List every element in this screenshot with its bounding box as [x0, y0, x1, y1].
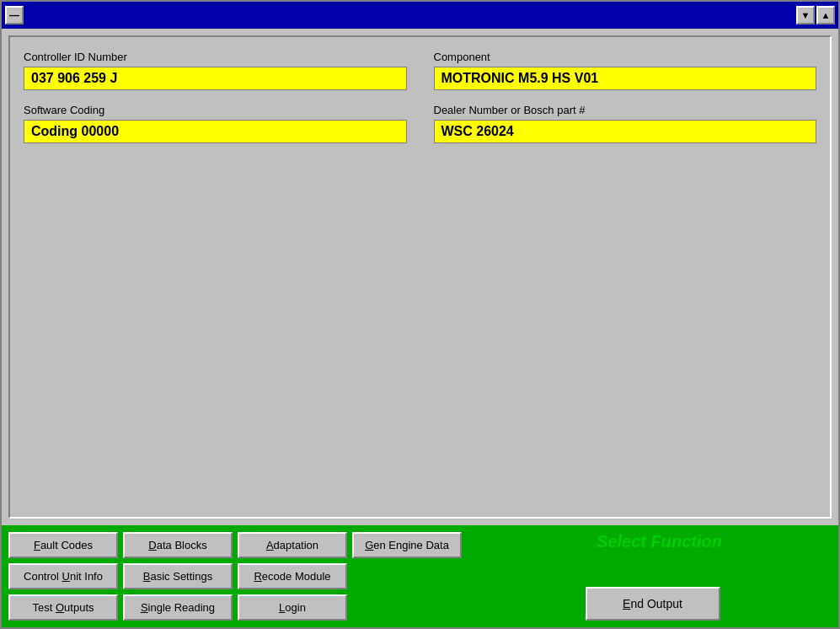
button-row-1: Fault Codes Data Blocks Adaptation Gen E… [8, 532, 462, 558]
control-unit-info-button[interactable]: Control Unit Info [8, 563, 118, 589]
info-panel: Controller ID Number 037 906 259 J Compo… [8, 35, 832, 519]
button-rows: Fault Codes Data Blocks Adaptation Gen E… [8, 532, 462, 621]
component-label: Component [434, 51, 817, 63]
system-menu-button[interactable]: — [5, 6, 24, 24]
end-output-button[interactable]: End Output [586, 587, 720, 621]
data-blocks-button[interactable]: Data Blocks [123, 532, 233, 558]
single-reading-button[interactable]: Single Reading [123, 594, 233, 621]
right-section: Select Function End Output [467, 532, 832, 621]
bottom-bar: Fault Codes Data Blocks Adaptation Gen E… [2, 525, 838, 627]
scroll-up-button[interactable]: ▲ [816, 6, 835, 24]
component-value: MOTRONIC M5.9 HS V01 [434, 67, 817, 90]
test-outputs-button[interactable]: Test Outputs [8, 594, 118, 621]
controller-id-field: Controller ID Number 037 906 259 J [24, 51, 407, 90]
main-content: Controller ID Number 037 906 259 J Compo… [2, 29, 838, 525]
component-field: Component MOTRONIC M5.9 HS V01 [434, 51, 817, 90]
basic-settings-button[interactable]: Basic Settings [123, 563, 233, 589]
button-row-3: Test Outputs Single Reading Login [8, 594, 462, 621]
title-bar-right: ▼ ▲ [796, 6, 835, 24]
controller-id-value: 037 906 259 J [24, 67, 407, 90]
gen-engine-data-button[interactable]: Gen Engine Data [352, 532, 462, 558]
adaptation-button[interactable]: Adaptation [238, 532, 347, 558]
button-row-2: Control Unit Info Basic Settings Recode … [8, 563, 462, 589]
dealer-number-label: Dealer Number or Bosch part # [434, 104, 817, 116]
software-coding-value: Coding 00000 [24, 120, 407, 143]
software-coding-label: Software Coding [24, 104, 407, 116]
info-grid: Controller ID Number 037 906 259 J Compo… [24, 51, 816, 143]
software-coding-field: Software Coding Coding 00000 [24, 104, 407, 143]
main-window: — ▼ ▲ Controller ID Number 037 906 259 J… [0, 0, 840, 629]
controller-id-label: Controller ID Number [24, 51, 407, 63]
title-bar-left: — [5, 6, 24, 24]
fault-codes-button[interactable]: Fault Codes [8, 532, 118, 558]
dealer-number-value: WSC 26024 [434, 120, 817, 143]
dealer-number-field: Dealer Number or Bosch part # WSC 26024 [434, 104, 817, 143]
select-function-label: Select Function [597, 532, 722, 587]
recode-module-button[interactable]: Recode Module [238, 563, 347, 589]
login-button[interactable]: Login [238, 594, 347, 621]
title-bar: — ▼ ▲ [2, 2, 838, 29]
dropdown-button[interactable]: ▼ [796, 6, 815, 24]
